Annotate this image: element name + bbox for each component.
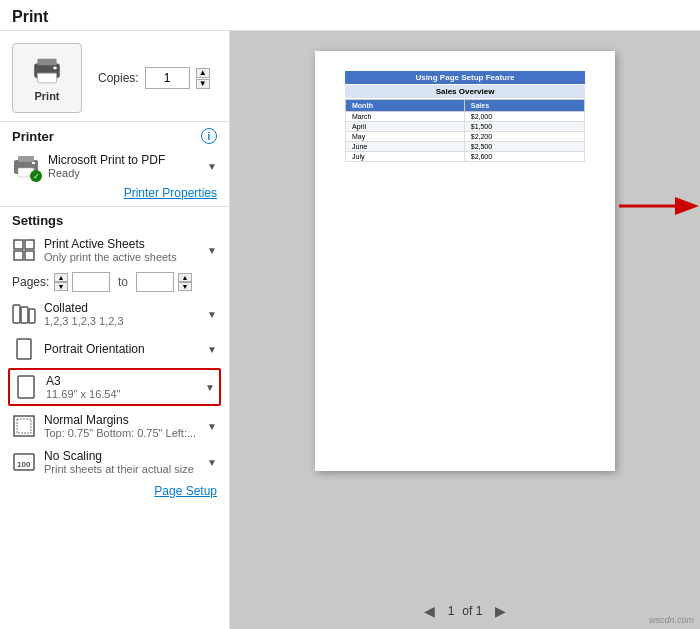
pages-to-input[interactable]	[136, 272, 174, 292]
pages-row: Pages: ▲ ▼ to ▲ ▼	[0, 268, 229, 296]
printer-name: Microsoft Print to PDF	[48, 153, 199, 167]
watermark: wscdn.com	[649, 615, 694, 625]
print-button-label: Print	[34, 90, 59, 102]
red-arrow	[615, 191, 700, 221]
margins-text: Normal Margins Top: 0.75" Bottom: 0.75" …	[44, 413, 199, 439]
copies-area: Copies: ▲ ▼	[98, 67, 210, 89]
page-of-label: of 1	[462, 604, 482, 618]
svg-rect-18	[17, 419, 31, 433]
col-month: Month	[346, 100, 465, 112]
table-cell: April	[346, 122, 465, 132]
print-active-sheets-icon	[12, 238, 36, 262]
copies-input[interactable]	[145, 67, 190, 89]
pages-from-input[interactable]	[72, 272, 110, 292]
table-row: March$2,000	[346, 112, 585, 122]
paper-size-text: A3 11.69" x 16.54"	[46, 374, 197, 400]
table-row: May$2,200	[346, 132, 585, 142]
table-cell: $1,500	[464, 122, 584, 132]
margins-item[interactable]: Normal Margins Top: 0.75" Bottom: 0.75" …	[0, 408, 229, 444]
scaling-arrow[interactable]: ▼	[207, 457, 217, 468]
collated-item[interactable]: Collated 1,2,3 1,2,3 1,2,3 ▼	[0, 296, 229, 332]
svg-rect-15	[17, 339, 31, 359]
table-row: July$2,600	[346, 152, 585, 162]
collated-main: Collated	[44, 301, 199, 315]
svg-rect-14	[29, 309, 35, 323]
left-panel: Print Copies: ▲ ▼ Printer i	[0, 31, 230, 629]
table-cell: $2,600	[464, 152, 584, 162]
page-setup-link[interactable]: Page Setup	[0, 480, 229, 506]
orientation-main: Portrait Orientation	[44, 342, 199, 356]
paper-size-main: A3	[46, 374, 197, 388]
printer-label: Printer	[12, 129, 54, 144]
copies-down-btn[interactable]: ▼	[196, 79, 210, 89]
collated-arrow[interactable]: ▼	[207, 309, 217, 320]
printer-properties-link[interactable]: Printer Properties	[0, 184, 229, 206]
collated-text: Collated 1,2,3 1,2,3 1,2,3	[44, 301, 199, 327]
preview-data-table: Month Sales March$2,000April$1,500May$2,…	[345, 99, 585, 162]
print-active-sheets-item[interactable]: Print Active Sheets Only print the activ…	[0, 232, 229, 268]
orientation-item[interactable]: Portrait Orientation ▼	[0, 332, 229, 366]
scaling-text: No Scaling Print sheets at their actual …	[44, 449, 199, 475]
settings-section-header: Settings	[0, 207, 229, 232]
table-cell: July	[346, 152, 465, 162]
svg-rect-13	[21, 307, 28, 323]
table-row: April$1,500	[346, 122, 585, 132]
scaling-icon: 100	[12, 450, 36, 474]
svg-rect-7	[32, 162, 35, 164]
settings-label: Settings	[12, 213, 63, 228]
paper-size-sub: 11.69" x 16.54"	[46, 388, 197, 400]
orientation-arrow[interactable]: ▼	[207, 344, 217, 355]
svg-rect-16	[18, 376, 34, 398]
col-sales: Sales	[464, 100, 584, 112]
svg-rect-3	[53, 67, 56, 69]
info-icon[interactable]: i	[201, 128, 217, 144]
pages-from-down[interactable]: ▼	[54, 282, 68, 291]
copies-spinner: ▲ ▼	[196, 68, 210, 89]
svg-rect-8	[14, 240, 23, 249]
table-row: June$2,500	[346, 142, 585, 152]
print-active-sheets-arrow[interactable]: ▼	[207, 245, 217, 256]
pages-to-label: to	[118, 275, 128, 289]
right-panel: Using Page Setup Feature Sales Overview …	[230, 31, 700, 629]
paper-size-icon	[14, 375, 38, 399]
margins-arrow[interactable]: ▼	[207, 421, 217, 432]
copies-up-btn[interactable]: ▲	[196, 68, 210, 78]
copies-label: Copies:	[98, 71, 139, 85]
printer-ready-badge: ✓	[30, 170, 42, 182]
printer-icon-wrap: ✓	[12, 152, 40, 180]
current-page: 1	[448, 604, 455, 618]
printer-item[interactable]: ✓ Microsoft Print to PDF Ready ▼	[0, 148, 229, 184]
prev-page-btn[interactable]: ◀	[420, 601, 440, 621]
pages-to-up[interactable]: ▲	[178, 273, 192, 282]
svg-rect-11	[25, 251, 34, 260]
printer-dropdown-arrow[interactable]: ▼	[207, 161, 217, 172]
pages-from-spinner: ▲ ▼	[54, 273, 68, 291]
table-cell: June	[346, 142, 465, 152]
table-cell: $2,200	[464, 132, 584, 142]
printer-info: Microsoft Print to PDF Ready	[48, 153, 199, 179]
paper-size-arrow[interactable]: ▼	[205, 382, 215, 393]
pages-to-down[interactable]: ▼	[178, 282, 192, 291]
preview-table-subtitle: Sales Overview	[345, 85, 585, 98]
scaling-sub: Print sheets at their actual size	[44, 463, 199, 475]
next-page-btn[interactable]: ▶	[490, 601, 510, 621]
preview-area: Using Page Setup Feature Sales Overview …	[246, 47, 684, 601]
svg-rect-10	[14, 251, 23, 260]
margins-sub: Top: 0.75" Bottom: 0.75" Left:...	[44, 427, 199, 439]
preview-table: Using Page Setup Feature Sales Overview …	[345, 71, 585, 162]
print-button[interactable]: Print	[12, 43, 82, 113]
table-cell: March	[346, 112, 465, 122]
svg-rect-2	[37, 73, 56, 83]
paper-size-item[interactable]: A3 11.69" x 16.54" ▼	[8, 368, 221, 406]
pages-label: Pages:	[12, 275, 50, 289]
print-button-area: Print Copies: ▲ ▼	[0, 31, 229, 121]
collated-sub: 1,2,3 1,2,3 1,2,3	[44, 315, 199, 327]
printer-section-header: Printer i	[0, 122, 229, 148]
svg-rect-1	[37, 59, 56, 65]
svg-rect-5	[18, 156, 34, 162]
print-active-sheets-main: Print Active Sheets	[44, 237, 199, 251]
orientation-text: Portrait Orientation	[44, 342, 199, 356]
scaling-item[interactable]: 100 No Scaling Print sheets at their act…	[0, 444, 229, 480]
page-nav-bar: ◀ 1 of 1 ▶	[420, 601, 511, 621]
pages-from-up[interactable]: ▲	[54, 273, 68, 282]
